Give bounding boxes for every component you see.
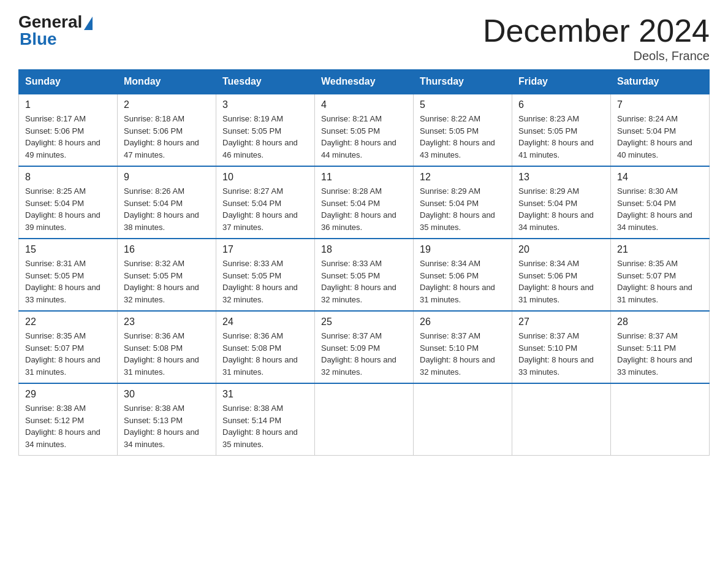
month-title: December 2024 <box>483 12 710 49</box>
header-thursday: Thursday <box>414 70 512 94</box>
table-row: 7 Sunrise: 8:24 AM Sunset: 5:04 PM Dayli… <box>611 94 710 166</box>
table-row: 8 Sunrise: 8:25 AM Sunset: 5:04 PM Dayli… <box>19 166 118 239</box>
day-info: Sunrise: 8:29 AM Sunset: 5:04 PM Dayligh… <box>518 185 604 233</box>
table-row: 6 Sunrise: 8:23 AM Sunset: 5:05 PM Dayli… <box>512 94 611 166</box>
day-info: Sunrise: 8:35 AM Sunset: 5:07 PM Dayligh… <box>25 330 111 378</box>
day-number: 12 <box>420 172 506 183</box>
day-info: Sunrise: 8:31 AM Sunset: 5:05 PM Dayligh… <box>25 258 111 305</box>
day-info: Sunrise: 8:19 AM Sunset: 5:05 PM Dayligh… <box>222 113 308 161</box>
header-sunday: Sunday <box>19 70 118 94</box>
day-info: Sunrise: 8:24 AM Sunset: 5:04 PM Dayligh… <box>617 113 703 161</box>
table-row: 30 Sunrise: 8:38 AM Sunset: 5:13 PM Dayl… <box>118 383 216 456</box>
table-row: 29 Sunrise: 8:38 AM Sunset: 5:12 PM Dayl… <box>19 383 118 456</box>
day-info: Sunrise: 8:37 AM Sunset: 5:10 PM Dayligh… <box>420 330 506 378</box>
day-number: 22 <box>25 316 111 327</box>
logo-blue-text: Blue <box>20 29 57 49</box>
calendar-week-row: 8 Sunrise: 8:25 AM Sunset: 5:04 PM Dayli… <box>19 166 710 239</box>
table-row: 18 Sunrise: 8:33 AM Sunset: 5:05 PM Dayl… <box>315 239 414 311</box>
table-row <box>414 383 512 456</box>
day-number: 5 <box>420 99 506 110</box>
day-number: 19 <box>420 244 506 255</box>
day-number: 6 <box>518 99 604 110</box>
day-number: 14 <box>617 172 703 183</box>
day-number: 29 <box>25 389 111 400</box>
day-number: 9 <box>124 172 210 183</box>
table-row: 26 Sunrise: 8:37 AM Sunset: 5:10 PM Dayl… <box>414 311 512 383</box>
day-number: 23 <box>124 316 210 327</box>
day-number: 17 <box>222 244 308 255</box>
day-number: 10 <box>222 172 308 183</box>
day-number: 15 <box>25 244 111 255</box>
day-info: Sunrise: 8:37 AM Sunset: 5:11 PM Dayligh… <box>617 330 703 378</box>
table-row: 10 Sunrise: 8:27 AM Sunset: 5:04 PM Dayl… <box>216 166 315 239</box>
table-row: 20 Sunrise: 8:34 AM Sunset: 5:06 PM Dayl… <box>512 239 611 311</box>
day-number: 24 <box>222 316 308 327</box>
day-info: Sunrise: 8:26 AM Sunset: 5:04 PM Dayligh… <box>124 185 210 233</box>
header-friday: Friday <box>512 70 611 94</box>
header-row: Sunday Monday Tuesday Wednesday Thursday… <box>19 70 710 94</box>
day-info: Sunrise: 8:36 AM Sunset: 5:08 PM Dayligh… <box>222 330 308 378</box>
table-row: 14 Sunrise: 8:30 AM Sunset: 5:04 PM Dayl… <box>611 166 710 239</box>
day-number: 27 <box>518 316 604 327</box>
page-header: General Blue December 2024 Deols, France <box>18 12 710 63</box>
table-row: 27 Sunrise: 8:37 AM Sunset: 5:10 PM Dayl… <box>512 311 611 383</box>
header-monday: Monday <box>118 70 216 94</box>
day-info: Sunrise: 8:28 AM Sunset: 5:04 PM Dayligh… <box>321 185 407 233</box>
calendar-week-row: 15 Sunrise: 8:31 AM Sunset: 5:05 PM Dayl… <box>19 239 710 311</box>
calendar-week-row: 29 Sunrise: 8:38 AM Sunset: 5:12 PM Dayl… <box>19 383 710 456</box>
logo-triangle-icon <box>84 17 93 30</box>
day-info: Sunrise: 8:38 AM Sunset: 5:13 PM Dayligh… <box>124 402 210 450</box>
day-number: 20 <box>518 244 604 255</box>
day-info: Sunrise: 8:18 AM Sunset: 5:06 PM Dayligh… <box>124 113 210 161</box>
table-row: 17 Sunrise: 8:33 AM Sunset: 5:05 PM Dayl… <box>216 239 315 311</box>
day-number: 28 <box>617 316 703 327</box>
table-row: 25 Sunrise: 8:37 AM Sunset: 5:09 PM Dayl… <box>315 311 414 383</box>
day-number: 21 <box>617 244 703 255</box>
title-block: December 2024 Deols, France <box>483 12 710 63</box>
day-number: 2 <box>124 99 210 110</box>
table-row: 9 Sunrise: 8:26 AM Sunset: 5:04 PM Dayli… <box>118 166 216 239</box>
table-row: 11 Sunrise: 8:28 AM Sunset: 5:04 PM Dayl… <box>315 166 414 239</box>
day-number: 13 <box>518 172 604 183</box>
day-info: Sunrise: 8:37 AM Sunset: 5:09 PM Dayligh… <box>321 330 407 378</box>
calendar-table: Sunday Monday Tuesday Wednesday Thursday… <box>18 69 710 456</box>
day-info: Sunrise: 8:34 AM Sunset: 5:06 PM Dayligh… <box>518 258 604 305</box>
header-wednesday: Wednesday <box>315 70 414 94</box>
header-tuesday: Tuesday <box>216 70 315 94</box>
day-info: Sunrise: 8:25 AM Sunset: 5:04 PM Dayligh… <box>25 185 111 233</box>
day-number: 7 <box>617 99 703 110</box>
table-row: 1 Sunrise: 8:17 AM Sunset: 5:06 PM Dayli… <box>19 94 118 166</box>
calendar-body: 1 Sunrise: 8:17 AM Sunset: 5:06 PM Dayli… <box>19 94 710 456</box>
table-row: 21 Sunrise: 8:35 AM Sunset: 5:07 PM Dayl… <box>611 239 710 311</box>
table-row <box>315 383 414 456</box>
day-info: Sunrise: 8:33 AM Sunset: 5:05 PM Dayligh… <box>222 258 308 305</box>
table-row: 3 Sunrise: 8:19 AM Sunset: 5:05 PM Dayli… <box>216 94 315 166</box>
day-number: 1 <box>25 99 111 110</box>
day-number: 16 <box>124 244 210 255</box>
day-number: 18 <box>321 244 407 255</box>
day-info: Sunrise: 8:36 AM Sunset: 5:08 PM Dayligh… <box>124 330 210 378</box>
calendar-week-row: 1 Sunrise: 8:17 AM Sunset: 5:06 PM Dayli… <box>19 94 710 166</box>
day-number: 4 <box>321 99 407 110</box>
day-info: Sunrise: 8:29 AM Sunset: 5:04 PM Dayligh… <box>420 185 506 233</box>
day-number: 8 <box>25 172 111 183</box>
table-row: 24 Sunrise: 8:36 AM Sunset: 5:08 PM Dayl… <box>216 311 315 383</box>
table-row <box>611 383 710 456</box>
table-row: 16 Sunrise: 8:32 AM Sunset: 5:05 PM Dayl… <box>118 239 216 311</box>
day-number: 11 <box>321 172 407 183</box>
table-row: 28 Sunrise: 8:37 AM Sunset: 5:11 PM Dayl… <box>611 311 710 383</box>
table-row: 13 Sunrise: 8:29 AM Sunset: 5:04 PM Dayl… <box>512 166 611 239</box>
day-number: 25 <box>321 316 407 327</box>
day-number: 31 <box>222 389 308 400</box>
day-info: Sunrise: 8:23 AM Sunset: 5:05 PM Dayligh… <box>518 113 604 161</box>
day-info: Sunrise: 8:35 AM Sunset: 5:07 PM Dayligh… <box>617 258 703 305</box>
day-number: 30 <box>124 389 210 400</box>
day-info: Sunrise: 8:30 AM Sunset: 5:04 PM Dayligh… <box>617 185 703 233</box>
day-info: Sunrise: 8:17 AM Sunset: 5:06 PM Dayligh… <box>25 113 111 161</box>
day-info: Sunrise: 8:33 AM Sunset: 5:05 PM Dayligh… <box>321 258 407 305</box>
calendar-week-row: 22 Sunrise: 8:35 AM Sunset: 5:07 PM Dayl… <box>19 311 710 383</box>
day-info: Sunrise: 8:27 AM Sunset: 5:04 PM Dayligh… <box>222 185 308 233</box>
table-row: 19 Sunrise: 8:34 AM Sunset: 5:06 PM Dayl… <box>414 239 512 311</box>
table-row: 12 Sunrise: 8:29 AM Sunset: 5:04 PM Dayl… <box>414 166 512 239</box>
header-saturday: Saturday <box>611 70 710 94</box>
